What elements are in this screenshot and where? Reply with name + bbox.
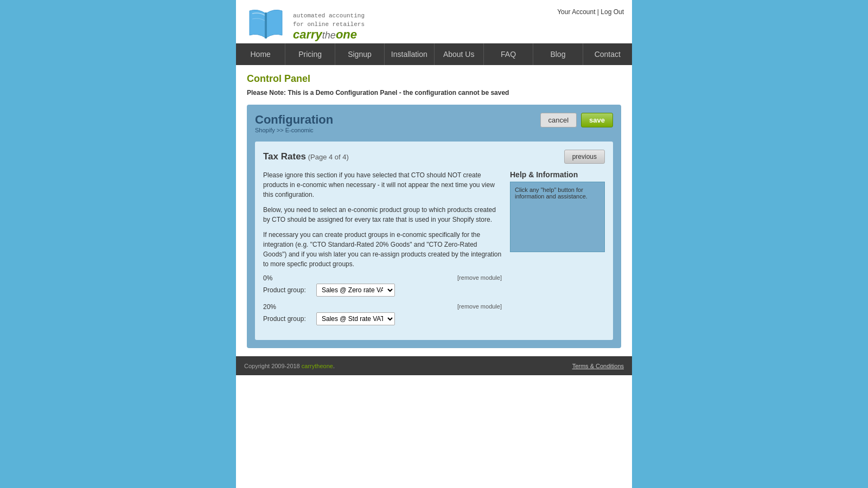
footer: Copyright 2009-2018 carrytheone. Terms &… [236,356,632,375]
save-button[interactable]: save [581,113,613,127]
config-header: Configuration Shopify >> E-conomic cance… [255,113,613,133]
config-subtitle: Shopify >> E-conomic [255,127,333,133]
nav-pricing[interactable]: Pricing [285,43,335,65]
nav-faq[interactable]: FAQ [484,43,533,65]
tax-rates-title-area: Tax Rates (Page 4 of 4) [263,151,349,162]
product-group-0-label: Product group: [263,286,312,294]
demo-note-prefix: Please Note: [247,89,288,97]
logo-area: automated accounting for online retailer… [244,5,365,43]
navigation: Home Pricing Signup Installation About U… [236,43,632,65]
product-group-0-select[interactable]: Sales @ Zero rate VAT Sales @ Std rate V… [316,284,395,297]
help-column: Help & Information Click any "help" butt… [510,170,605,332]
tax-rates-title: Tax Rates [263,151,306,162]
configuration-box: Configuration Shopify >> E-conomic cance… [247,105,621,348]
demo-note: Please Note: This is a Demo Configuratio… [247,89,621,97]
tax-rates-page-info: (Page 4 of 4) [308,153,349,161]
main-column: Please ignore this section if you have s… [263,170,502,332]
logo-brand: carrytheone [293,29,365,41]
product-group-0-row: Product group: Sales @ Zero rate VAT Sal… [263,284,502,297]
rate-0-remove[interactable]: [remove module] [457,274,502,282]
tax-rates-para3: If necessary you can create product grou… [263,230,502,269]
config-buttons: cancel save [540,113,614,127]
tax-rate-20-label: 20% [remove module] [263,303,502,311]
nav-installation[interactable]: Installation [385,43,434,65]
product-group-20-label: Product group: [263,315,312,323]
footer-copyright: Copyright 2009-2018 carrytheone. [244,363,335,369]
tax-rates-header: Tax Rates (Page 4 of 4) previous [263,150,605,164]
your-account-link[interactable]: Your Account [557,8,595,16]
nav-about[interactable]: About Us [435,43,484,65]
nav-contact[interactable]: Contact [583,43,632,65]
tax-rates-para2: Below, you need to select an e-conomic p… [263,205,502,224]
config-inner: Tax Rates (Page 4 of 4) previous Please … [255,142,613,340]
main-content: Control Panel Please Note: This is a Dem… [236,65,632,356]
help-box-title: Help & Information [510,170,605,179]
nav-blog[interactable]: Blog [533,43,583,65]
demo-note-text: This is a Demo Configuration Panel - the… [288,89,509,97]
previous-button[interactable]: previous [564,150,605,164]
rate-20-remove[interactable]: [remove module] [457,303,502,311]
terms-conditions-link[interactable]: Terms & Conditions [572,363,624,369]
rate-0-percent: 0% [263,274,272,282]
nav-home[interactable]: Home [236,43,285,65]
header: automated accounting for online retailer… [236,0,632,43]
tax-rates-para1: Please ignore this section if you have s… [263,170,502,200]
logo-text-area: automated accounting for online retailer… [293,12,365,43]
footer-brand-link[interactable]: carrytheone [302,363,333,369]
rate-20-percent: 20% [263,303,276,311]
help-box-content: Click any "help" button for information … [510,182,605,252]
two-col-layout: Please ignore this section if you have s… [263,170,605,332]
logout-link[interactable]: Log Out [601,8,624,16]
tax-rate-0-label: 0% [remove module] [263,274,502,282]
cancel-button[interactable]: cancel [540,113,577,127]
config-title: Configuration [255,113,333,127]
control-panel-title: Control Panel [247,73,621,85]
logo-tagline: automated accounting for online retailer… [293,12,365,29]
product-group-20-select[interactable]: Sales @ Zero rate VAT Sales @ Std rate V… [316,312,395,325]
product-group-20-row: Product group: Sales @ Zero rate VAT Sal… [263,312,502,325]
logo-icon [244,5,288,43]
footer-terms: Terms & Conditions [572,362,624,370]
tax-rate-20-row: 20% [remove module] Product group: Sales… [263,303,502,325]
config-title-area: Configuration Shopify >> E-conomic [255,113,333,133]
nav-signup[interactable]: Signup [335,43,385,65]
header-links: Your Account | Log Out [557,5,624,16]
tax-rate-0-row: 0% [remove module] Product group: Sales … [263,274,502,297]
svg-rect-0 [265,12,267,38]
